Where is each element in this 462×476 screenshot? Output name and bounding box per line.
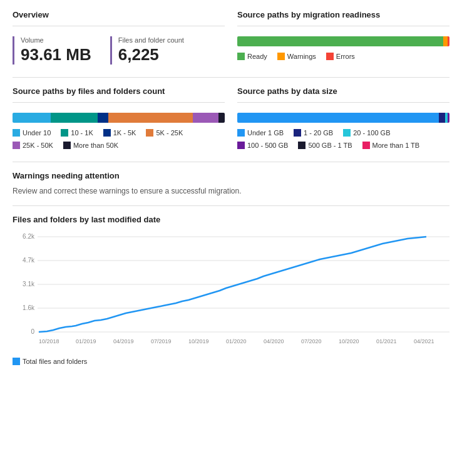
legend-swatch	[13, 129, 20, 137]
warnings-section: Warnings needing attention Review and co…	[13, 171, 449, 195]
chart-area: 6.2k 4.7k 3.1k 1.6k 0 10/2018 01/2019 04…	[13, 230, 449, 358]
legend-label: 1 - 20 GB	[304, 129, 333, 137]
legend-label: Ready	[247, 53, 267, 60]
svg-text:10/2020: 10/2020	[339, 338, 359, 344]
readiness-bar	[237, 36, 449, 46]
svg-text:01/2021: 01/2021	[376, 338, 397, 344]
chart-section: Files and folders by last modified date …	[13, 215, 449, 365]
legend-item: 1 - 20 GB	[294, 129, 333, 137]
legend-swatch	[294, 129, 301, 137]
chart-legend-item: Total files and folders	[13, 358, 87, 365]
legend-label: 20 - 100 GB	[353, 129, 390, 137]
count-legend: Under 1010 - 1K1K - 5K5K - 25K25K - 50KM…	[13, 129, 225, 149]
svg-text:07/2019: 07/2019	[151, 338, 172, 344]
warnings-description: Review and correct these warnings to ens…	[13, 187, 449, 195]
bar-segment	[51, 113, 98, 123]
legend-label: More than 50K	[73, 142, 118, 149]
legend-label: 10 - 1K	[71, 129, 93, 137]
count-title: Source paths by files and folders count	[13, 86, 225, 96]
svg-text:4.7k: 4.7k	[23, 257, 35, 264]
top-row: Overview Volume 93.61 MB Files and folde…	[13, 10, 449, 65]
bar-segment	[443, 36, 448, 46]
overview-stats: Volume 93.61 MB Files and folder count 6…	[13, 36, 225, 65]
legend-swatch	[298, 142, 305, 149]
svg-text:04/2021: 04/2021	[414, 338, 434, 344]
volume-label: Volume	[21, 36, 91, 44]
legend-swatch	[63, 142, 71, 149]
legend-swatch	[237, 129, 245, 137]
bar-segment	[237, 113, 439, 123]
legend-swatch	[146, 129, 153, 137]
svg-text:04/2020: 04/2020	[264, 338, 284, 344]
legend-item: 10 - 1K	[61, 129, 93, 137]
legend-label: 100 - 500 GB	[247, 142, 288, 149]
middle-row: Source paths by files and folders count …	[13, 86, 449, 149]
chart-legend: Total files and folders	[13, 358, 449, 365]
overview-title: Overview	[13, 10, 225, 19]
overview-section: Overview Volume 93.61 MB Files and folde…	[13, 10, 225, 65]
legend-item: Under 10	[13, 129, 51, 137]
bar-segment	[193, 113, 218, 123]
bar-segment	[13, 113, 51, 123]
chart-title: Files and folders by last modified date	[13, 215, 449, 224]
legend-item: More than 50K	[63, 142, 118, 149]
legend-label: Warnings	[287, 53, 316, 60]
legend-swatch	[237, 142, 245, 149]
svg-text:10/2018: 10/2018	[39, 338, 59, 344]
legend-swatch	[277, 53, 285, 60]
warnings-title: Warnings needing attention	[13, 171, 449, 180]
svg-text:3.1k: 3.1k	[23, 281, 35, 287]
line-chart: 6.2k 4.7k 3.1k 1.6k 0 10/2018 01/2019 04…	[13, 230, 449, 356]
bar-segment	[218, 113, 225, 123]
legend-label: 500 GB - 1 TB	[308, 142, 352, 149]
bar-segment	[448, 113, 449, 123]
bar-segment	[448, 36, 449, 46]
svg-text:01/2019: 01/2019	[76, 338, 96, 344]
legend-item: 25K - 50K	[13, 142, 53, 149]
bar-segment	[98, 113, 108, 123]
readiness-title: Source paths by migration readiness	[237, 10, 449, 19]
legend-item: Ready	[237, 53, 267, 60]
chart-legend-label: Total files and folders	[23, 358, 87, 365]
legend-swatch	[362, 142, 370, 149]
svg-text:0: 0	[31, 328, 34, 335]
datasize-bar	[237, 113, 449, 123]
legend-item: Warnings	[277, 53, 316, 60]
legend-item: Under 1 GB	[237, 129, 284, 137]
svg-text:04/2019: 04/2019	[113, 338, 134, 344]
svg-text:1.6k: 1.6k	[23, 304, 35, 311]
legend-label: Errors	[336, 53, 355, 60]
svg-text:6.2k: 6.2k	[23, 233, 35, 240]
volume-value: 93.61 MB	[21, 45, 91, 65]
legend-item: 5K - 25K	[146, 129, 183, 137]
bar-segment	[237, 36, 443, 46]
legend-label: Under 1 GB	[247, 129, 284, 137]
legend-label: 1K - 5K	[113, 129, 136, 137]
bar-segment	[439, 113, 445, 123]
legend-item: 20 - 100 GB	[343, 129, 390, 137]
legend-label: 5K - 25K	[156, 129, 183, 137]
svg-text:10/2019: 10/2019	[188, 338, 209, 344]
svg-text:01/2020: 01/2020	[226, 338, 247, 344]
legend-item: 100 - 500 GB	[237, 142, 288, 149]
count-bar	[13, 113, 225, 123]
legend-swatch	[326, 53, 334, 60]
dashboard: Overview Volume 93.61 MB Files and folde…	[0, 0, 462, 380]
legend-label: More than 1 TB	[372, 142, 420, 149]
count-section: Source paths by files and folders count …	[13, 86, 225, 149]
legend-swatch	[13, 142, 20, 149]
datasize-title: Source paths by data size	[237, 86, 449, 96]
legend-swatch	[343, 129, 351, 137]
datasize-section: Source paths by data size Under 1 GB1 - …	[237, 86, 449, 149]
legend-item: More than 1 TB	[362, 142, 420, 149]
svg-text:07/2020: 07/2020	[301, 338, 322, 344]
legend-label: Under 10	[23, 129, 51, 137]
files-stat: Files and folder count 6,225	[110, 36, 184, 65]
legend-item: Errors	[326, 53, 355, 60]
readiness-section: Source paths by migration readiness Read…	[237, 10, 449, 65]
legend-item: 1K - 5K	[103, 129, 136, 137]
chart-legend-swatch	[13, 358, 20, 365]
legend-item: 500 GB - 1 TB	[298, 142, 352, 149]
legend-swatch	[237, 53, 245, 60]
legend-swatch	[61, 129, 68, 137]
